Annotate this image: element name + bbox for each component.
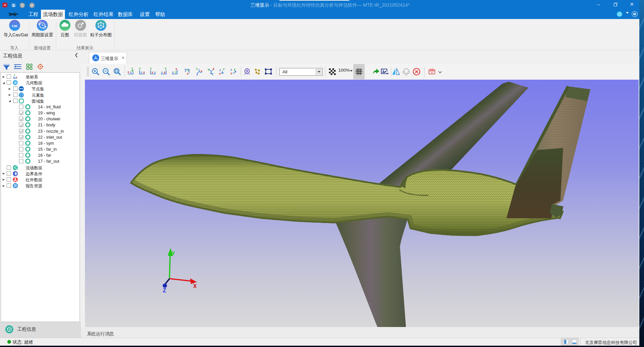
svg-text:x: x [152,71,153,74]
svg-text:x: x [213,67,214,70]
svg-text:x: x [128,70,129,74]
svg-text:z: z [14,76,16,79]
svg-text:x: x [201,69,202,73]
svg-text:z: z [230,68,232,71]
svg-text:x: x [16,76,17,78]
svg-text:X: X [193,283,197,289]
svg-text:z: z [141,71,142,74]
svg-text:Y: Y [164,67,166,70]
svg-text:x: x [143,71,145,74]
svg-text:cas: cas [12,23,17,28]
svg-text:z: z [161,71,163,74]
svg-text:z: z [172,71,174,74]
svg-text:z: z [185,69,186,72]
svg-text:z: z [130,71,132,74]
svg-text:x: x [219,72,221,75]
svg-text:Y: Y [223,68,225,71]
svg-text:x: x [164,71,165,74]
svg-text:Y: Y [139,67,141,70]
svg-text:Z: Z [163,288,166,293]
svg-text:z: z [196,73,198,76]
svg-text:x: x [175,67,177,71]
svg-text:Y: Y [196,67,198,71]
svg-text:Y: Y [175,71,177,74]
svg-text:x: x [187,72,188,75]
svg-text:z: z [212,72,213,76]
svg-text:Y: Y [131,67,133,70]
svg-text:y: y [234,68,235,71]
svg-text:z: z [154,71,156,74]
svg-text:Y: Y [14,74,15,76]
svg-text:x: x [230,72,232,75]
svg-text:z: z [219,68,221,72]
svg-text:Y: Y [207,68,209,71]
svg-text:Y: Y [150,67,152,70]
svg-text:y: y [172,250,175,255]
